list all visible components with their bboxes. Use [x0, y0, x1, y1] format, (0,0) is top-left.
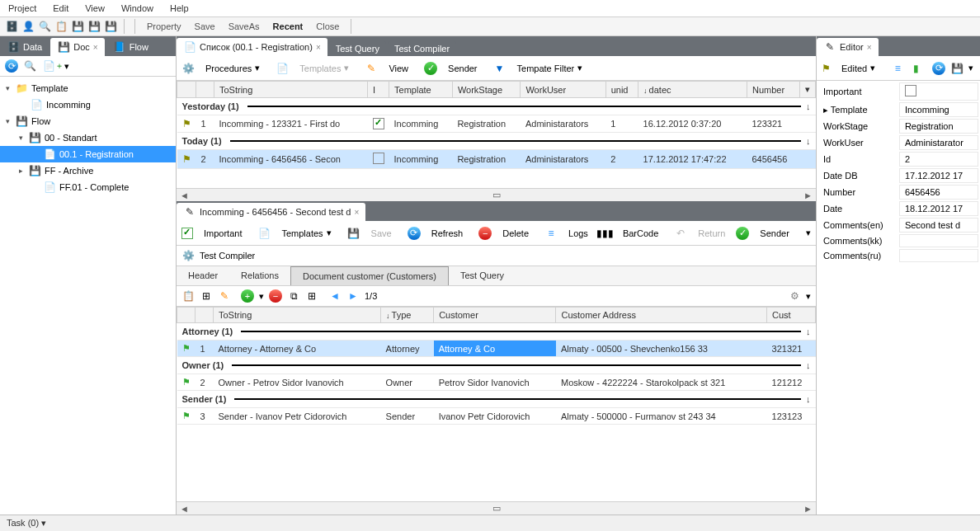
- form-icon[interactable]: 📋: [181, 289, 195, 303]
- expander-icon[interactable]: ▾: [3, 84, 12, 92]
- gear-icon[interactable]: ⚙️: [181, 62, 195, 75]
- checkbox-icon[interactable]: [373, 153, 384, 164]
- col-datec[interactable]: datec: [638, 82, 747, 98]
- prop-value[interactable]: Incomming: [899, 102, 978, 117]
- col-i[interactable]: I: [368, 82, 389, 98]
- doc-icon[interactable]: 📄: [257, 227, 271, 240]
- close-icon[interactable]: ×: [93, 43, 98, 52]
- table-icon[interactable]: ⊞: [305, 289, 318, 303]
- copy-icon[interactable]: ⧉: [287, 289, 300, 303]
- col-workstage[interactable]: WorkStage: [452, 82, 521, 98]
- refresh-button[interactable]: Refresh: [426, 225, 469, 242]
- tab-flow[interactable]: 📘Flow: [106, 38, 155, 56]
- subtab-header[interactable]: Header: [177, 266, 229, 285]
- procedures-button[interactable]: Procedures▾: [200, 59, 266, 77]
- next-icon[interactable]: ►: [346, 289, 360, 303]
- prev-icon[interactable]: ◄: [328, 289, 342, 303]
- subtab-relations[interactable]: Relations: [229, 266, 290, 285]
- refresh-icon[interactable]: ⟳: [5, 59, 18, 73]
- col-number[interactable]: Number: [747, 82, 799, 98]
- col-menu[interactable]: ▾: [800, 82, 816, 98]
- close-icon[interactable]: ×: [867, 43, 872, 52]
- col-customer[interactable]: Customer: [434, 308, 556, 323]
- tree-standart[interactable]: ▾💾00 - Standart: [0, 129, 176, 146]
- expander-icon[interactable]: ▸: [16, 167, 25, 175]
- checkbox-icon[interactable]: [373, 118, 384, 129]
- col-cust[interactable]: Cust: [767, 308, 816, 323]
- property-button[interactable]: Property: [147, 21, 181, 31]
- logs-button[interactable]: Logs: [563, 225, 594, 242]
- pencil-icon[interactable]: ✎: [218, 289, 231, 303]
- down-icon[interactable]: ↓: [806, 327, 811, 336]
- edited-button[interactable]: Edited▾: [836, 59, 881, 77]
- chevron-down-icon[interactable]: ▾: [806, 228, 811, 238]
- close-button[interactable]: Close: [316, 21, 339, 31]
- chevron-down-icon[interactable]: ▾: [968, 63, 973, 73]
- add-icon[interactable]: +: [241, 289, 254, 303]
- delete-button[interactable]: Delete: [497, 225, 535, 242]
- tab-data[interactable]: 🗄️Data: [0, 38, 49, 56]
- group-yesterday[interactable]: Yestorday (1)↓: [177, 98, 816, 115]
- tab-detail[interactable]: ✎Incomming - 6456456 - Second test d×: [177, 203, 365, 221]
- col-tostring[interactable]: ToString: [214, 82, 368, 98]
- tab-testquery[interactable]: Test Query: [329, 41, 386, 56]
- refresh-icon[interactable]: ⟳: [932, 62, 945, 75]
- templates-button[interactable]: Templates▾: [276, 224, 337, 242]
- prop-value[interactable]: Second test d: [899, 218, 978, 233]
- tree-flow[interactable]: ▾💾Flow: [0, 113, 176, 129]
- chevron-down-icon[interactable]: ▾: [806, 291, 811, 302]
- compiler-label[interactable]: Test Compiler: [200, 251, 255, 261]
- expander-icon[interactable]: ▾: [16, 134, 25, 142]
- tab-editor[interactable]: ✎Editor×: [817, 38, 879, 56]
- flag-icon[interactable]: ⚑: [822, 63, 831, 74]
- group-sender[interactable]: Sender (1)↓: [177, 391, 816, 408]
- db-icon[interactable]: 🗄️: [5, 20, 18, 33]
- menu-help[interactable]: Help: [170, 3, 189, 13]
- table-row[interactable]: ⚑ 1 Incomming - 123321 - First do Incomm…: [177, 115, 816, 133]
- grid-icon[interactable]: ⊞: [200, 289, 213, 303]
- recent-button[interactable]: Recent: [273, 21, 304, 31]
- pencil-icon[interactable]: ✎: [365, 62, 378, 75]
- prop-value[interactable]: [899, 249, 978, 262]
- chevron-down-icon[interactable]: ▾: [64, 61, 69, 72]
- menu-view[interactable]: View: [85, 3, 105, 13]
- sender-button[interactable]: Sender: [754, 225, 794, 242]
- prop-value[interactable]: 18.12.2012 17: [899, 201, 978, 216]
- group-owner[interactable]: Owner (1)↓: [177, 357, 816, 374]
- group-attorney[interactable]: Attorney (1)↓: [177, 323, 816, 341]
- subtab-customers[interactable]: Document customer (Customers): [290, 266, 449, 285]
- table-row[interactable]: ⚑ 2 Incomming - 6456456 - Secon Incommin…: [177, 150, 816, 169]
- view-button[interactable]: View: [383, 60, 414, 77]
- disk-icon[interactable]: 💾: [71, 20, 84, 33]
- check-icon[interactable]: ✓: [736, 227, 749, 240]
- col-addr[interactable]: Customer Address: [556, 308, 767, 323]
- tree-incomming[interactable]: 📄Incomming: [0, 96, 176, 113]
- saveas-button[interactable]: SaveAs: [229, 21, 260, 31]
- col-workuser[interactable]: WorkUser: [521, 82, 605, 98]
- tempate-filter-button[interactable]: Tempate Filter▾: [511, 59, 589, 77]
- menu-window[interactable]: Window: [121, 3, 153, 13]
- task-label[interactable]: Task (0): [7, 518, 39, 528]
- checkbox[interactable]: [905, 85, 916, 96]
- down-icon[interactable]: ↓: [806, 394, 811, 404]
- filter-icon[interactable]: ▼: [493, 62, 506, 75]
- tab-testcompiler[interactable]: Test Compiler: [388, 41, 456, 56]
- down-icon[interactable]: ↓: [806, 101, 811, 111]
- important-button[interactable]: Important: [198, 225, 247, 242]
- table-row[interactable]: ⚑2 Owner - Petrov Sidor Ivanovich Owner …: [177, 374, 816, 391]
- prop-value[interactable]: Administarator: [899, 135, 978, 150]
- tree-registration[interactable]: 📄00.1 - Registration: [0, 146, 176, 162]
- group-today[interactable]: Today (1)↓: [177, 133, 816, 150]
- prop-value[interactable]: 17.12.2012 17: [899, 168, 978, 183]
- save-button[interactable]: Save: [195, 21, 215, 31]
- prop-value[interactable]: 6456456: [899, 185, 978, 200]
- table-row[interactable]: ⚑3 Sender - Ivanov Petr Cidorovich Sende…: [177, 408, 816, 425]
- down-icon[interactable]: ↓: [806, 136, 811, 146]
- scrollbar[interactable]: ◄▭►: [177, 501, 816, 515]
- add-doc-icon[interactable]: 📄＋: [46, 59, 59, 73]
- important-check[interactable]: [181, 228, 193, 239]
- down-icon[interactable]: ↓: [806, 360, 811, 370]
- gear-icon[interactable]: ⚙: [788, 289, 801, 303]
- col-unid[interactable]: unid: [605, 82, 638, 98]
- barcode-icon[interactable]: ▮▮▮: [599, 227, 612, 240]
